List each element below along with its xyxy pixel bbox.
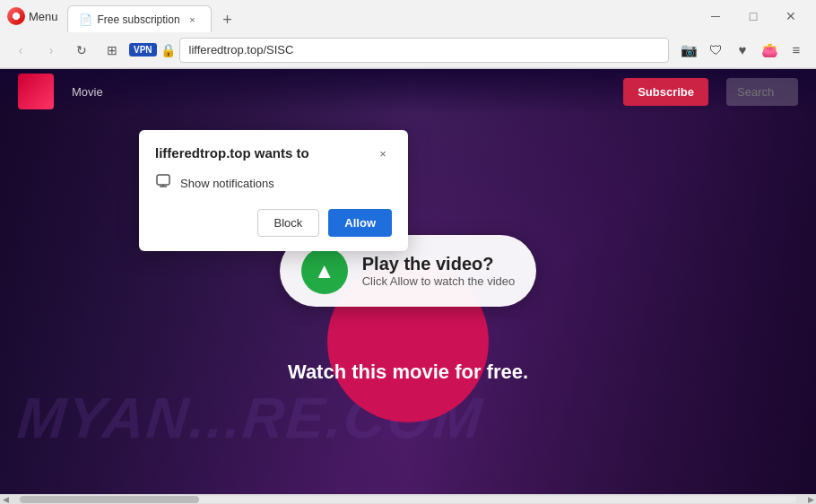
main-content: ▲ Play the video? Click Allow to watch t… [0,114,816,504]
watch-text: Watch this movie for free. [288,361,528,384]
tab-bar: 📄 Free subscription × + [67,0,240,32]
toolbar-icons: 📷 🛡 ♥ 👛 ≡ [676,38,809,63]
menu-label[interactable]: Menu [29,10,58,23]
wallet-icon[interactable]: 👛 [757,38,782,63]
notification-icon [155,173,171,193]
popup-title: lifferedtrop.top wants to [155,144,309,162]
opera-logo [7,7,25,25]
site-header: Movie Subscribe [0,69,816,114]
allow-button[interactable]: Allow [328,209,392,237]
popup-permission-row: Show notifications [155,173,392,193]
scrollbar-thumb[interactable] [20,496,199,503]
website-area: MYAN...RE.COM Movie Subscribe ▲ Play the… [0,69,816,504]
block-button[interactable]: Block [257,209,320,237]
browser-chrome: Menu 📄 Free subscription × + ─ □ ✕ ‹ › ↻… [0,0,816,69]
tab-title: Free subscription [98,13,180,26]
browser-menu-icon[interactable]: ≡ [784,38,809,63]
horizontal-scrollbar[interactable]: ◀ ▶ [0,494,816,504]
tab-icon: 📄 [79,13,92,26]
tab-close-button[interactable]: × [186,13,200,27]
play-card-text: Play the video? Click Allow to watch the… [362,254,516,288]
scroll-left-arrow[interactable]: ◀ [0,494,11,504]
svg-rect-0 [157,175,169,185]
popup-header: lifferedtrop.top wants to × [155,144,392,162]
camera-icon[interactable]: 📷 [676,38,701,63]
play-arrow-icon: ▲ [314,258,335,283]
permission-label: Show notifications [180,177,274,190]
window-controls: ─ □ ✕ [698,3,809,30]
minimize-button[interactable]: ─ [698,3,734,30]
scrollbar-track[interactable] [20,496,796,503]
popup-buttons: Block Allow [155,209,392,237]
grid-button[interactable]: ⊞ [99,37,126,64]
close-button[interactable]: ✕ [773,3,809,30]
heart-icon[interactable]: ♥ [730,38,755,63]
play-button-circle[interactable]: ▲ [301,248,348,294]
back-button[interactable]: ‹ [7,37,34,64]
new-tab-button[interactable]: + [215,7,240,32]
scroll-right-arrow[interactable]: ▶ [805,494,816,504]
popup-close-button[interactable]: × [374,144,392,162]
vpn-badge[interactable]: VPN [129,43,157,56]
address-bar-row: ‹ › ↻ ⊞ VPN 🔒 📷 🛡 ♥ 👛 ≡ [0,32,816,68]
play-card-subtitle: Click Allow to watch the video [362,274,516,288]
lock-icon: 🔒 [161,43,176,57]
site-logo [18,74,54,109]
maximize-button[interactable]: □ [735,3,771,30]
subscribe-button[interactable]: Subscribe [623,78,708,106]
refresh-button[interactable]: ↻ [68,37,95,64]
active-tab[interactable]: 📄 Free subscription × [67,5,212,32]
permission-popup: lifferedtrop.top wants to × Show notific… [139,130,408,251]
site-nav-movies[interactable]: Movie [72,85,103,99]
forward-button[interactable]: › [38,37,65,64]
title-bar: Menu 📄 Free subscription × + ─ □ ✕ [0,0,816,32]
search-input[interactable] [726,78,798,106]
play-card-title: Play the video? [362,254,516,274]
address-bar[interactable] [179,38,669,63]
shield-icon[interactable]: 🛡 [703,38,728,63]
